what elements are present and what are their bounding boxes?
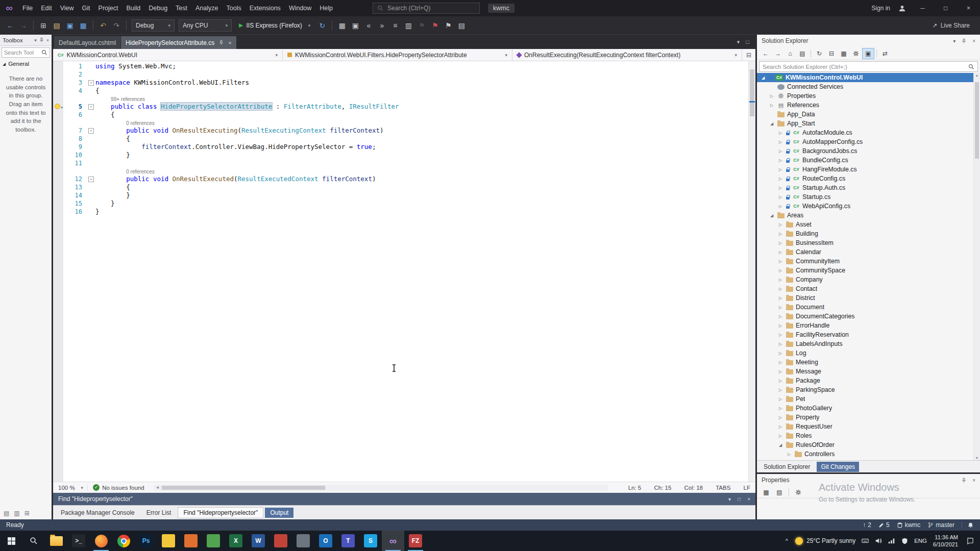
- live-share-button[interactable]: ↗Live Share: [933, 22, 976, 29]
- outdent-icon[interactable]: «: [362, 19, 375, 32]
- code-line[interactable]: 14 }: [53, 191, 755, 199]
- tree-item[interactable]: ▷Package: [757, 376, 980, 385]
- home-icon[interactable]: ⌂: [785, 48, 796, 59]
- maximize-button[interactable]: □: [934, 0, 957, 16]
- codelens-references[interactable]: 99+ references: [111, 95, 145, 103]
- forward-icon[interactable]: →: [772, 48, 783, 59]
- toolbox-dock-icon-1[interactable]: ▤: [4, 510, 9, 517]
- breadcrumb-item[interactable]: C#KWMissionControl.WebUI▾: [53, 49, 283, 61]
- tree-expand-arrow[interactable]: ▷: [777, 397, 783, 402]
- codelens-references[interactable]: 0 references: [126, 168, 155, 176]
- menu-tools[interactable]: Tools: [223, 0, 246, 16]
- notifications-bell-button[interactable]: [962, 522, 974, 529]
- alphabetical-icon[interactable]: ▤: [774, 487, 785, 497]
- tree-item[interactable]: ▷CommunitySpace: [757, 266, 980, 275]
- code-line[interactable]: 10 }: [53, 151, 755, 159]
- tree-item[interactable]: ▷BusinessItem: [757, 238, 980, 247]
- breadcrumb-item[interactable]: KWMissionControl.WebUI.Filters.HidePrope…: [283, 49, 512, 61]
- code-line[interactable]: 1using System.Web.Mvc;: [53, 62, 755, 70]
- tree-expand-arrow[interactable]: ▷: [777, 241, 783, 245]
- show-all-files-icon[interactable]: ▦: [838, 48, 849, 59]
- next-bookmark-icon[interactable]: ⚑: [442, 19, 454, 32]
- tree-expand-arrow[interactable]: ▷: [777, 424, 783, 429]
- remove-bookmark-icon[interactable]: ⚑: [429, 19, 441, 32]
- tree-expand-arrow[interactable]: ▷: [777, 296, 783, 300]
- start-button[interactable]: [0, 531, 22, 551]
- outgoing-commits-button[interactable]: ↑ 2: [863, 521, 871, 529]
- pin-icon[interactable]: [961, 478, 967, 483]
- code-line[interactable]: 16}: [53, 208, 755, 216]
- tree-expand-arrow[interactable]: ▷: [777, 158, 783, 163]
- tree-expand-arrow[interactable]: ▷: [777, 434, 783, 438]
- toolbox-section-general[interactable]: ◢ General: [0, 59, 52, 68]
- volume-icon[interactable]: [875, 537, 882, 544]
- action-center-button[interactable]: [964, 537, 976, 545]
- menu-edit[interactable]: Edit: [37, 0, 56, 16]
- code-line[interactable]: 2: [53, 70, 755, 79]
- menu-file[interactable]: File: [18, 0, 37, 16]
- document-tab[interactable]: DefaultLayout.cshtml: [54, 36, 120, 49]
- breadcrumb-item[interactable]: OnResultExecuting(ResultExecutingContext…: [512, 49, 742, 61]
- weather-widget[interactable]: 25°C Partly sunny: [795, 537, 855, 545]
- sign-in-button[interactable]: Sign in: [868, 5, 893, 12]
- tree-item[interactable]: ▷C#WebApiConfig.cs: [757, 202, 980, 211]
- file-explorer-button[interactable]: [45, 531, 67, 551]
- security-shield-icon[interactable]: [901, 538, 908, 544]
- tree-item[interactable]: ▷Contact: [757, 284, 980, 293]
- code-line[interactable]: 4{: [53, 87, 755, 95]
- tree-expand-arrow[interactable]: ▷: [777, 177, 783, 181]
- pin-icon[interactable]: [218, 40, 224, 45]
- character-indicator[interactable]: Ch: 15: [654, 485, 671, 491]
- tree-expand-arrow[interactable]: ▷: [777, 222, 783, 227]
- scrollbar-thumb[interactable]: [750, 69, 754, 116]
- tree-item[interactable]: ◢C#KWMissionControl.WebUI: [757, 73, 980, 82]
- hidden-icons-button[interactable]: ^: [785, 538, 789, 544]
- tree-vertical-scrollbar[interactable]: ▲ ▼: [973, 73, 980, 460]
- panel-tab[interactable]: Output: [265, 508, 293, 518]
- active-files-dropdown-icon[interactable]: ▾: [737, 39, 740, 45]
- tree-item[interactable]: Connected Services: [757, 82, 980, 91]
- tree-item[interactable]: ▷Controllers: [757, 449, 980, 459]
- scrollbar-thumb[interactable]: [975, 82, 979, 159]
- eol-indicator[interactable]: LF: [744, 485, 750, 491]
- tree-expand-arrow[interactable]: ▷: [777, 305, 783, 310]
- tree-expand-arrow[interactable]: ▷: [777, 351, 783, 356]
- tree-expand-arrow[interactable]: ▷: [777, 388, 783, 392]
- code-line[interactable]: 9 filterContext.Controller.ViewBag.HideP…: [53, 143, 755, 151]
- tree-item[interactable]: ▷C#Startup.Auth.cs: [757, 183, 980, 192]
- code-line[interactable]: 11: [53, 159, 755, 167]
- panel-tab[interactable]: Find "Hidepropertyselector": [178, 507, 263, 518]
- health-indicator[interactable]: ✓ No issues found: [93, 484, 144, 491]
- preview-selected-icon[interactable]: ▣: [863, 48, 874, 59]
- pin-icon[interactable]: [39, 37, 44, 43]
- code-editor[interactable]: 1using System.Web.Mvc;23−namespace KWMis…: [53, 61, 755, 482]
- dock-tab[interactable]: Solution Explorer: [760, 462, 814, 472]
- scroll-up-arrow[interactable]: ▲: [974, 73, 980, 77]
- menu-test[interactable]: Test: [172, 0, 191, 16]
- maximize-panel-icon[interactable]: □: [738, 496, 741, 502]
- tree-item[interactable]: ◢Areas: [757, 211, 980, 220]
- panel-tab[interactable]: Error List: [141, 508, 177, 518]
- solution-explorer-title-bar[interactable]: Solution Explorer ▾ ×: [757, 35, 980, 47]
- teams-button[interactable]: T: [337, 531, 359, 551]
- language-indicator[interactable]: ENG: [914, 538, 927, 544]
- dock-tab[interactable]: Git Changes: [817, 462, 859, 472]
- solution-explorer-search-input[interactable]: Search Solution Explorer (Ctrl+;): [759, 61, 978, 72]
- fold-collapse-box[interactable]: −: [88, 80, 94, 86]
- toolbox-dock-icon-3[interactable]: ⊞: [24, 510, 30, 517]
- tree-expand-arrow[interactable]: ▷: [777, 287, 783, 291]
- tree-expand-arrow[interactable]: ▷: [777, 415, 783, 420]
- menu-debug[interactable]: Debug: [144, 0, 172, 16]
- tree-expand-arrow[interactable]: ▷: [777, 195, 783, 199]
- float-window-icon[interactable]: □: [746, 39, 749, 45]
- tree-item[interactable]: ▷Message: [757, 367, 980, 376]
- tree-expand-arrow[interactable]: ▷: [777, 250, 783, 255]
- tree-expand-arrow[interactable]: ▷: [786, 452, 792, 457]
- tree-collapse-arrow[interactable]: ◢: [769, 121, 775, 126]
- menu-window[interactable]: Window: [285, 0, 315, 16]
- line-indicator[interactable]: Ln: 5: [628, 485, 642, 491]
- photoshop-button[interactable]: Ps: [135, 531, 157, 551]
- tree-item[interactable]: ▷Pet: [757, 394, 980, 404]
- scrollbar-thumb[interactable]: [162, 486, 325, 490]
- categorized-icon[interactable]: ▦: [761, 487, 772, 497]
